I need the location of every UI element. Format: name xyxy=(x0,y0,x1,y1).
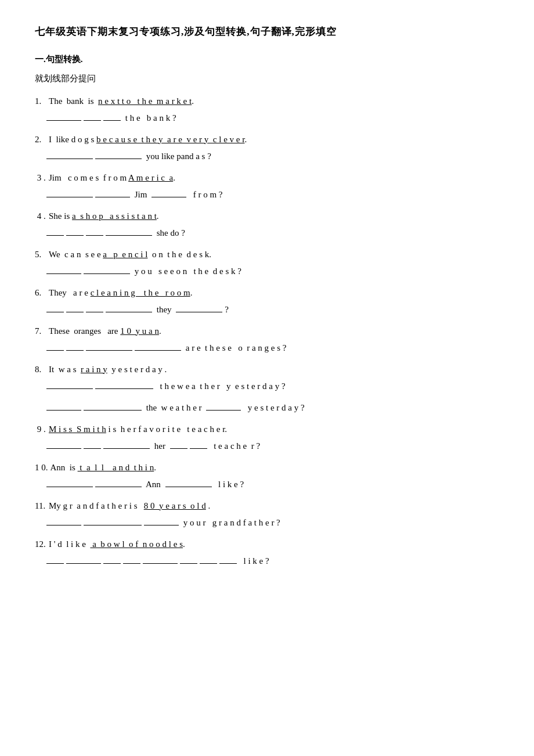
ex6-answer-mid: they xyxy=(154,302,174,318)
ex12-num: 12. xyxy=(35,537,46,552)
ex10-answer-mid: Ann xyxy=(144,477,163,492)
ex7-answer-static: a r e t h e s e o r a n g e s ? xyxy=(183,340,286,356)
ex11-num: 11. xyxy=(35,498,46,514)
ex2-sentence: I like d o g s b e c a u s e t h e y a r… xyxy=(49,132,247,147)
ex7-sentence: These oranges are 1 0 y u a n. xyxy=(49,323,161,339)
ex3-sentence: Jim c o m e s f r o m A m e r i c a. xyxy=(49,170,175,186)
ex3-answer-end: f r o m ? xyxy=(189,187,222,203)
ex8-sentence: It w a s r a i n y y e s t e r d a y . xyxy=(49,362,167,377)
ex3-answer-mid: Jim xyxy=(132,187,149,203)
ex5-answer-static: y o u s e e o n t h e d e s k ? xyxy=(132,264,241,279)
exercise-1: 1. The bank is n e x t t o t h e m a r k… xyxy=(35,93,505,126)
ex10-num: 1 0. xyxy=(35,460,48,476)
ex5-num: 5. xyxy=(35,247,46,262)
ex9-num: 9 . xyxy=(35,422,46,437)
section1-subheading: 就划线部分提问 xyxy=(35,71,505,87)
ex1-answer-static: t h e b a n k ? xyxy=(123,110,176,126)
ex3-num: 3 . xyxy=(35,170,46,186)
ex7-num: 7. xyxy=(35,323,46,339)
exercise-9: 9 . M i s s S m i t h i s h e r f a v o … xyxy=(35,422,505,454)
section1-heading: 一.句型转换. xyxy=(35,52,505,67)
ex10-sentence: Ann is t a l l a n d t h i n. xyxy=(50,460,157,476)
ex8-answer-line2-end: y e s t e r d a y ? xyxy=(243,400,304,416)
ex1-num: 1. xyxy=(35,93,46,109)
exercise-8: 8. It w a s r a i n y y e s t e r d a y … xyxy=(35,362,505,416)
ex4-answer-static: she do ? xyxy=(154,225,185,241)
page-title: 七年级英语下期末复习专项练习,涉及句型转换,句子翻译,完形填空 xyxy=(35,23,505,41)
exercise-6: 6. They a r e c l e a n i n g t h e r o … xyxy=(35,285,505,318)
ex9-sentence: M i s s S m i t h i s h e r f a v o r i … xyxy=(49,422,227,437)
ex6-num: 6. xyxy=(35,285,46,301)
ex6-sentence: They a r e c l e a n i n g t h e r o o m… xyxy=(49,285,192,301)
ex12-sentence: I ' d l i k e a b o w l o f n o o d l e … xyxy=(49,537,185,552)
exercise-2: 2. I like d o g s b e c a u s e t h e y … xyxy=(35,132,505,164)
exercise-3: 3 . Jim c o m e s f r o m A m e r i c a.… xyxy=(35,170,505,203)
ex4-num: 4 . xyxy=(35,208,46,224)
ex4-sentence: She is a s h o p a s s i s t a n t. xyxy=(49,208,159,224)
ex2-answer-static: you like pand a s ? xyxy=(144,149,211,164)
exercise-4: 4 . She is a s h o p a s s i s t a n t. … xyxy=(35,208,505,241)
exercise-11: 11. My g r a n d f a t h e r i s 8 0 y e… xyxy=(35,498,505,531)
exercise-7: 7. These oranges are 1 0 y u a n. a r e … xyxy=(35,323,505,356)
exercise-10: 1 0. Ann is t a l l a n d t h i n. Ann l… xyxy=(35,460,505,492)
ex11-answer-static: y o u r g r a n d f a t h e r ? xyxy=(181,515,280,531)
ex8-num: 8. xyxy=(35,362,46,377)
exercise-12: 12. I ' d l i k e a b o w l o f n o o d … xyxy=(35,537,505,569)
ex1-sentence: The bank is n e x t t o t h e m a r k e … xyxy=(49,93,194,109)
ex9-answer-end: t e a c h e r ? xyxy=(210,438,260,454)
exercise-5: 5. We c a n s e e a p e n c i l o n t h … xyxy=(35,247,505,279)
ex8-answer-line2-mid: the w e a t h e r xyxy=(144,400,204,416)
ex9-answer-mid: her xyxy=(152,438,168,454)
ex8-answer-line1-static: t h e w e a t h e r y e s t e r d a y ? xyxy=(156,379,286,394)
ex10-answer-end: l i k e ? xyxy=(214,477,244,492)
ex2-num: 2. xyxy=(35,132,46,147)
ex6-answer-end: ? xyxy=(225,302,229,318)
ex5-sentence: We c a n s e e a p e n c i l o n t h e d… xyxy=(49,247,211,262)
ex11-sentence: My g r a n d f a t h e r i s 8 0 y e a r… xyxy=(49,498,210,514)
ex12-answer-static: l i k e ? xyxy=(239,553,269,569)
